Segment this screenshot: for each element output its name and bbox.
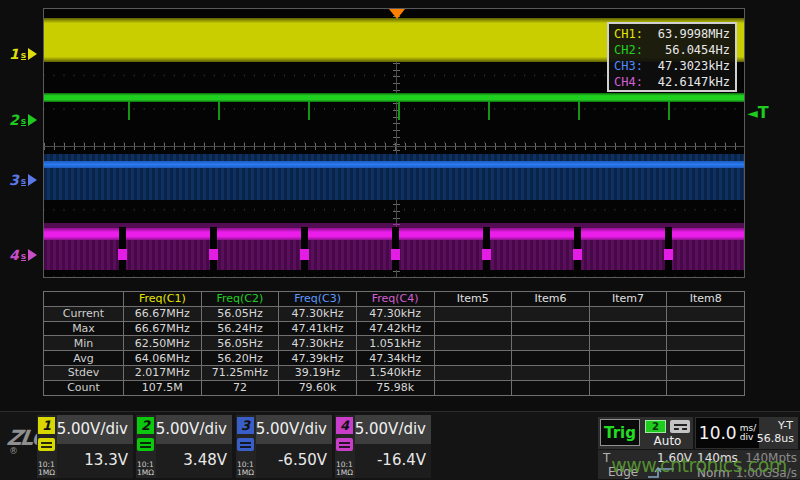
ch2-offset-value[interactable]: 3.48V	[156, 444, 232, 478]
readout-row-ch2: CH2: 56.0454Hz	[614, 42, 730, 58]
ch3-ground-icon: s	[21, 178, 26, 186]
ch4-marker-number: 4	[9, 247, 19, 263]
header-freq-c4[interactable]: Freq(C4)	[356, 292, 434, 307]
ch2-settings-box[interactable]: 2 10:11MΩ 5.00V/div 3.48V	[136, 415, 232, 478]
header-freq-c2[interactable]: Freq(C2)	[201, 292, 279, 307]
oscilloscope-screen: CH1: 63.9998MHz CH2: 56.0454Hz CH3: 47.3…	[0, 0, 800, 480]
ch3-marker-number: 3	[9, 172, 19, 188]
display-mode: Y-T	[778, 419, 793, 432]
readout-row-ch3: CH3: 47.3023kHz	[614, 58, 730, 74]
timebase-unit: ms/div	[740, 424, 757, 442]
ch3-arrow-icon	[28, 174, 37, 186]
ch4-probe-info: 10:11MΩ	[336, 461, 353, 477]
watermark-text: www.cntronics.com	[611, 454, 787, 476]
trigger-source-badge[interactable]: 2	[645, 420, 666, 433]
ch2-waveform-trace	[44, 93, 744, 102]
trigger-menu-button[interactable]: Trig	[600, 419, 640, 446]
ch1-label: CH1:	[614, 26, 643, 42]
ch1-offset-value[interactable]: 13.3V	[57, 444, 133, 478]
channel-frequency-readout: CH1: 63.9998MHz CH2: 56.0454Hz CH3: 47.3…	[607, 22, 737, 92]
readout-row-ch1: CH1: 63.9998MHz	[614, 26, 730, 42]
site-watermark: www.cntronics.com	[598, 450, 800, 479]
ch2-arrow-icon	[28, 114, 37, 126]
ch3-waveform-trace	[44, 161, 744, 168]
ch2-volts-per-div[interactable]: 5.00V/div	[156, 415, 232, 444]
ch1-arrow-icon	[28, 48, 37, 60]
measurement-table[interactable]: Freq(C1) Freq(C2) Freq(C3) Freq(C4) Item…	[43, 291, 745, 396]
table-row-avg: Avg 64.06MHz 56.20Hz 47.39kHz 47.34kHz	[44, 351, 745, 366]
timebase-value: 10.0	[699, 423, 737, 443]
ch4-settings-box[interactable]: 4 10:11MΩ 5.00V/div -16.4V	[335, 415, 431, 478]
ch1-coupling-icon[interactable]	[38, 438, 55, 451]
table-row-current: Current 66.67MHz 56.05Hz 47.30kHz 47.30k…	[44, 306, 745, 321]
ch3-probe-info: 10:11MΩ	[237, 461, 254, 477]
trigger-coupling-icon[interactable]	[670, 420, 690, 433]
ch1-probe-info: 10:11MΩ	[38, 461, 55, 477]
timebase-panel[interactable]: 10.0 ms/div Y-T 56.8us	[695, 417, 798, 449]
table-row-min: Min 62.50MHz 56.05Hz 47.30kHz 1.051kHz	[44, 336, 745, 351]
header-item8[interactable]: Item8	[667, 292, 745, 307]
ch3-coupling-icon[interactable]	[237, 438, 254, 451]
trigger-settings-panel[interactable]: Trig 2 Auto	[598, 417, 693, 449]
ch3-settings-box[interactable]: 3 10:11MΩ 5.00V/div -6.50V	[236, 415, 332, 478]
readout-row-ch4: CH4: 42.6147kHz	[614, 74, 730, 90]
ch4-offset-value[interactable]: -16.4V	[355, 444, 431, 478]
ch3-offset-value[interactable]: -6.50V	[256, 444, 332, 478]
ch4-ground-icon: s	[21, 253, 26, 261]
timebase-button[interactable]: 10.0 ms/div	[696, 418, 759, 448]
ch4-number-badge[interactable]: 4	[336, 417, 353, 434]
trigger-delay-value[interactable]: 56.8us	[757, 432, 794, 445]
ch3-frequency-value: 47.3023kHz	[658, 58, 730, 74]
table-row-stdev: Stdev 2.017MHz 71.25mHz 39.19Hz 1.540kHz	[44, 365, 745, 380]
ch1-ground-icon: s	[21, 52, 26, 60]
ch3-number-badge[interactable]: 3	[237, 417, 254, 434]
ch1-marker-number: 1	[9, 46, 19, 62]
ch1-position-marker[interactable]: 1s	[9, 45, 37, 63]
ch2-number-badge[interactable]: 2	[137, 417, 154, 434]
header-freq-c3[interactable]: Freq(C3)	[279, 292, 357, 307]
ch2-position-marker[interactable]: 2s	[9, 111, 37, 129]
ch4-volts-per-div[interactable]: 5.00V/div	[355, 415, 431, 444]
ch3-label: CH3:	[614, 58, 643, 74]
ch4-coupling-icon[interactable]	[336, 438, 353, 451]
header-blank	[44, 292, 124, 307]
ch1-frequency-value: 63.9998MHz	[658, 26, 730, 42]
measurement-header-row: Freq(C1) Freq(C2) Freq(C3) Freq(C4) Item…	[44, 292, 745, 307]
ch3-position-marker[interactable]: 3s	[9, 171, 37, 189]
waveform-display[interactable]: CH1: 63.9998MHz CH2: 56.0454Hz CH3: 47.3…	[43, 8, 745, 278]
ch1-number-badge[interactable]: 1	[38, 417, 55, 434]
ch2-frequency-value: 56.0454Hz	[665, 42, 730, 58]
table-row-count: Count 107.5M 72 79.60k 75.98k	[44, 380, 745, 395]
ch2-marker-number: 2	[9, 112, 19, 128]
trigger-mode[interactable]: Auto	[644, 434, 691, 448]
trigger-level-marker[interactable]: ◄T	[747, 103, 769, 122]
header-item7[interactable]: Item7	[589, 292, 667, 307]
ch2-label: CH2:	[614, 42, 643, 58]
header-item6[interactable]: Item6	[512, 292, 590, 307]
ch2-ground-icon: s	[21, 118, 26, 126]
registered-mark: ®	[9, 446, 18, 456]
ch1-settings-box[interactable]: 1 10:11MΩ 5.00V/div 13.3V	[37, 415, 133, 478]
ch2-coupling-icon[interactable]	[137, 438, 154, 451]
ch2-probe-info: 10:11MΩ	[137, 461, 154, 477]
header-freq-c1[interactable]: Freq(C1)	[124, 292, 202, 307]
ch4-arrow-icon	[28, 249, 37, 261]
ch4-label: CH4:	[614, 74, 643, 90]
trigger-level-letter: T	[758, 103, 769, 122]
table-row-max: Max 66.67MHz 56.24Hz 47.41kHz 47.42kHz	[44, 321, 745, 336]
ch3-volts-per-div[interactable]: 5.00V/div	[256, 415, 332, 444]
header-item5[interactable]: Item5	[434, 292, 512, 307]
ch1-volts-per-div[interactable]: 5.00V/div	[57, 415, 133, 444]
ch4-frequency-value: 42.6147kHz	[658, 74, 730, 90]
ch4-position-marker[interactable]: 4s	[9, 246, 37, 264]
left-arrow-icon: ◄	[747, 105, 758, 121]
trigger-position-marker-icon[interactable]	[389, 9, 405, 19]
